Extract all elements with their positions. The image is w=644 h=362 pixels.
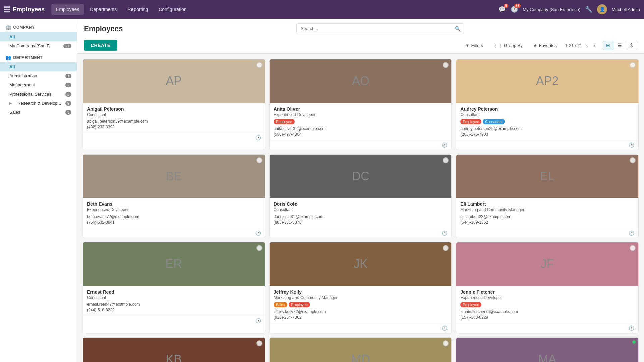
select-checkbox[interactable] xyxy=(256,62,262,68)
activity-clock-icon[interactable]: 🕐 xyxy=(442,142,447,148)
sidebar-item-label: Research & Develop... xyxy=(17,101,61,106)
card-body: Audrey Peterson Consultant EmployeeConsu… xyxy=(456,103,638,140)
employee-job-title: Experienced Developer xyxy=(87,207,261,212)
sidebar-item-research[interactable]: ▶ Research & Develop... 9 xyxy=(0,99,77,108)
sidebar-badge: 1 xyxy=(65,74,71,78)
photo-initials: JF xyxy=(541,257,554,271)
card-footer: 🕐 xyxy=(456,323,638,333)
activity-clock-icon[interactable]: 🕐 xyxy=(255,230,261,236)
activity-clock-icon[interactable]: 🕐 xyxy=(629,325,634,331)
card-footer: 🕐 xyxy=(83,133,265,142)
employee-card[interactable]: BE Beth Evans Experienced Developer beth… xyxy=(83,154,265,238)
employee-phone: (754)-532-3841 xyxy=(87,220,261,225)
pagination-prev[interactable]: ‹ xyxy=(584,42,590,49)
activity-clock-icon[interactable]: 🕐 xyxy=(442,325,447,331)
nav-configuration[interactable]: Configuration xyxy=(154,4,191,15)
select-checkbox[interactable] xyxy=(443,157,449,163)
sidebar-item-sales[interactable]: Sales 3 xyxy=(0,108,77,117)
nav-reporting[interactable]: Reporting xyxy=(123,4,153,15)
chat-icon-btn[interactable]: 💬 5 xyxy=(498,6,506,13)
select-checkbox[interactable] xyxy=(443,62,449,68)
employee-cards: AP Abigail Peterson Consultant abigail.p… xyxy=(77,54,644,362)
favorites-button[interactable]: ★ Favorites xyxy=(531,41,559,50)
sidebar-item-management[interactable]: Management 2 xyxy=(0,80,77,89)
employee-card[interactable]: MD Marc Demo Experienced Developer Emplo… xyxy=(269,337,452,362)
select-checkbox[interactable] xyxy=(256,340,262,346)
search-input[interactable] xyxy=(296,23,464,34)
sidebar-company-label: COMPANY xyxy=(13,25,35,30)
user-name[interactable]: Mitchell Admin xyxy=(612,7,640,12)
employee-email: abigail.peterson39@example.com xyxy=(87,119,261,124)
card-body: Jennie Fletcher Experienced Developer Em… xyxy=(456,286,638,323)
list-view-btn[interactable]: ☰ xyxy=(614,41,625,50)
employee-photo: KB xyxy=(83,338,265,362)
create-button[interactable]: CREATE xyxy=(84,40,117,51)
card-footer: 🕐 xyxy=(270,323,452,333)
select-checkbox[interactable] xyxy=(630,157,636,163)
sidebar-badge: 9 xyxy=(65,101,71,106)
toolbar-actions: ▼ Filters ⋮⋮ Group By ★ Favorites 1-21 /… xyxy=(463,41,637,50)
photo-initials: DC xyxy=(352,169,369,183)
employee-email: audrey.peterson25@example.com xyxy=(460,126,634,131)
employee-card[interactable]: KB Keith Byrd Experienced Developer Empl… xyxy=(83,337,265,362)
pagination-next[interactable]: › xyxy=(592,42,597,49)
card-footer: 🕐 xyxy=(456,228,638,238)
employee-card[interactable]: MA Mitchell Admin Chief Executive Office… xyxy=(456,337,639,362)
search-icon: 🔍 xyxy=(455,26,461,32)
employee-card[interactable]: AP2 Audrey Peterson Consultant EmployeeC… xyxy=(456,59,639,150)
sidebar-item-professional-services[interactable]: Professional Services 5 xyxy=(0,89,77,99)
select-checkbox[interactable] xyxy=(630,245,636,251)
filters-button[interactable]: ▼ Filters xyxy=(463,41,486,50)
photo-initials: AP xyxy=(166,74,182,88)
employee-name: Anita Oliver xyxy=(274,106,448,112)
nav-departments[interactable]: Departments xyxy=(85,4,121,15)
clock-badge: 33 xyxy=(514,4,521,8)
select-checkbox[interactable] xyxy=(256,245,262,251)
activity-clock-icon[interactable]: 🕐 xyxy=(629,142,634,148)
employee-email: beth.evans77@example.com xyxy=(87,214,261,219)
company-selector[interactable]: My Company (San Francisco) xyxy=(523,7,580,12)
card-body: Ernest Reed Consultant ernest.reed47@exa… xyxy=(83,286,265,316)
card-footer: 🕐 xyxy=(456,140,638,150)
sidebar-item-dept-all[interactable]: All xyxy=(0,62,77,71)
activity-view-btn[interactable]: ⏱ xyxy=(626,41,637,50)
employee-phone: (644)-169-1352 xyxy=(460,220,634,225)
settings-icon[interactable]: 🔧 xyxy=(585,6,592,13)
employee-email: ernest.reed47@example.com xyxy=(87,302,261,307)
app-name: Employees xyxy=(13,6,45,13)
card-footer: 🕐 xyxy=(83,316,265,325)
group-by-button[interactable]: ⋮⋮ Group By xyxy=(491,41,525,50)
select-checkbox[interactable] xyxy=(256,157,262,163)
select-checkbox[interactable] xyxy=(443,245,449,251)
sidebar-item-company-all[interactable]: All xyxy=(0,32,77,41)
employee-card[interactable]: JK Jeffrey Kelly Marketing and Community… xyxy=(269,242,452,333)
employee-name: Doris Cole xyxy=(274,201,448,207)
nav-employees[interactable]: Employees xyxy=(51,4,84,15)
employee-card[interactable]: ER Ernest Reed Consultant ernest.reed47@… xyxy=(83,242,265,333)
activity-clock-icon[interactable]: 🕐 xyxy=(255,318,261,323)
select-checkbox[interactable] xyxy=(443,340,449,346)
kanban-view-btn[interactable]: ⊞ xyxy=(603,41,613,50)
activity-clock-icon[interactable]: 🕐 xyxy=(255,135,261,140)
avatar[interactable]: 👤 xyxy=(597,4,607,14)
card-body: Doris Cole Consultant doris.cole31@examp… xyxy=(270,198,452,228)
employee-card[interactable]: AO Anita Oliver Experienced Developer Em… xyxy=(269,59,452,150)
app-logo[interactable]: Employees xyxy=(4,6,45,13)
employee-card[interactable]: JF Jennie Fletcher Experienced Developer… xyxy=(456,242,639,333)
employee-card[interactable]: DC Doris Cole Consultant doris.cole31@ex… xyxy=(269,154,452,238)
sidebar-item-administration[interactable]: Administration 1 xyxy=(0,71,77,80)
employee-job-title: Consultant xyxy=(460,112,634,117)
employee-card[interactable]: AP Abigail Peterson Consultant abigail.p… xyxy=(83,59,265,150)
clock-icon-btn[interactable]: 🕐 33 xyxy=(511,6,518,13)
sidebar-item-my-company[interactable]: My Company (San F... 21 xyxy=(0,41,77,50)
sidebar-company-section: 🏢 COMPANY All My Company (San F... 21 xyxy=(0,23,77,50)
employee-name: Ernest Reed xyxy=(87,289,261,295)
select-checkbox[interactable] xyxy=(630,62,636,68)
employee-photo: AP xyxy=(83,59,265,103)
search-bar: 🔍 xyxy=(296,23,464,34)
card-body: Jeffrey Kelly Marketing and Community Ma… xyxy=(270,286,452,323)
activity-clock-icon[interactable]: 🕐 xyxy=(442,230,447,236)
activity-clock-icon[interactable]: 🕐 xyxy=(629,230,634,236)
star-icon: ★ xyxy=(533,43,537,48)
employee-card[interactable]: EL Eli Lambert Marketing and Community M… xyxy=(456,154,639,238)
